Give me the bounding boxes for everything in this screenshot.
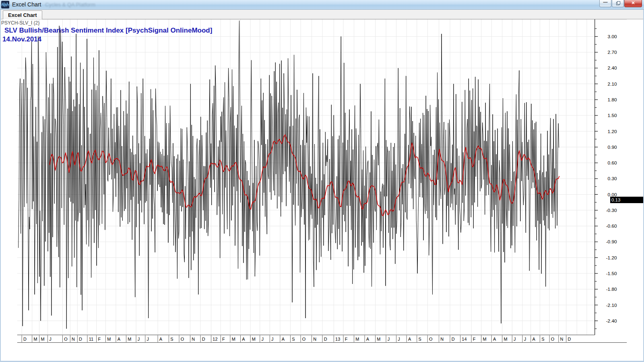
svg-text:N: N — [72, 337, 75, 341]
svg-text:F: F — [345, 337, 348, 341]
svg-text:-2.10: -2.10 — [606, 302, 617, 308]
svg-text:14: 14 — [462, 337, 466, 341]
svg-text:A: A — [532, 337, 535, 341]
svg-text:S: S — [292, 337, 295, 341]
svg-text:-1.80: -1.80 — [606, 286, 617, 292]
svg-text:A: A — [493, 337, 496, 341]
svg-text:-0.30: -0.30 — [606, 208, 617, 213]
svg-text:N: N — [192, 337, 195, 341]
last-value-marker: 0.13 — [610, 197, 644, 203]
restore-button[interactable] — [612, 0, 624, 7]
svg-text:O: O — [429, 337, 432, 341]
svg-text:J: J — [398, 337, 400, 341]
svg-text:M: M — [504, 337, 508, 341]
svg-text:-1.20: -1.20 — [606, 255, 617, 261]
svg-text:-0.60: -0.60 — [606, 223, 617, 229]
window-border-left — [0, 10, 1, 362]
minimize-icon: — — [603, 0, 608, 5]
tab-label: Excel Chart — [8, 12, 37, 18]
svg-text:O: O — [181, 337, 184, 341]
app-icon — [1, 1, 9, 8]
svg-text:M: M — [128, 337, 131, 341]
svg-text:M: M — [41, 337, 44, 341]
minimize-button[interactable]: — — [599, 0, 611, 7]
svg-text:1.50: 1.50 — [608, 113, 617, 118]
chart-area[interactable]: 3.002.702.402.101.801.501.200.900.600.30… — [0, 19, 644, 361]
svg-text:2.10: 2.10 — [608, 81, 617, 87]
svg-text:O: O — [302, 337, 305, 341]
svg-text:A: A — [159, 337, 163, 341]
window-title: Excel Chart — [12, 1, 41, 8]
svg-text:3.00: 3.00 — [608, 34, 617, 39]
close-button[interactable]: ✕ — [624, 0, 642, 7]
svg-text:0.60: 0.60 — [608, 160, 617, 166]
svg-text:D: D — [324, 337, 327, 341]
svg-text:F: F — [473, 337, 476, 341]
svg-text:0.30: 0.30 — [608, 176, 617, 181]
svg-text:2.70: 2.70 — [608, 49, 617, 55]
svg-text:J: J — [524, 337, 526, 341]
title-bar: Excel Chart Cycles & QA Platform — ✕ — [0, 0, 644, 10]
chart-date-label: 14.Nov.2014 — [2, 35, 41, 43]
svg-text:M: M — [355, 337, 359, 341]
close-icon: ✕ — [631, 0, 635, 5]
svg-text:D: D — [23, 337, 27, 341]
sentiment-chart-plot[interactable]: 3.002.702.402.101.801.501.200.900.600.30… — [0, 19, 644, 361]
svg-text:1.80: 1.80 — [608, 97, 617, 103]
series-id-label: PSYCH-SLV_I (2) — [1, 20, 39, 26]
svg-text:F: F — [222, 337, 225, 341]
svg-text:1.20: 1.20 — [608, 129, 617, 134]
svg-text:S: S — [418, 337, 421, 341]
svg-text:M: M — [107, 337, 111, 341]
svg-text:O: O — [551, 337, 554, 341]
app-window: Excel Chart Cycles & QA Platform — ✕ Exc… — [0, 0, 644, 362]
svg-text:11: 11 — [89, 337, 93, 341]
svg-text:J: J — [138, 337, 140, 341]
svg-text:M: M — [483, 337, 486, 341]
svg-text:A: A — [242, 337, 245, 341]
svg-text:M: M — [377, 337, 380, 341]
svg-text:O: O — [64, 337, 67, 341]
svg-text:D: D — [79, 337, 82, 341]
svg-text:D: D — [568, 337, 571, 341]
svg-text:N: N — [440, 337, 444, 341]
svg-text:N: N — [313, 337, 316, 341]
svg-text:J: J — [49, 337, 51, 341]
svg-text:A: A — [118, 337, 121, 341]
svg-text:A: A — [408, 337, 411, 341]
svg-text:D: D — [202, 337, 205, 341]
window-subtitle-faded: Cycles & QA Platform — [45, 2, 95, 8]
svg-text:-2.40: -2.40 — [606, 318, 617, 324]
svg-text:M: M — [232, 337, 235, 341]
svg-text:S: S — [541, 337, 544, 341]
svg-text:J: J — [388, 337, 390, 341]
svg-text:D: D — [452, 337, 455, 341]
svg-text:0.90: 0.90 — [608, 144, 617, 150]
svg-text:J: J — [271, 337, 273, 341]
tab-excel-chart[interactable]: Excel Chart — [3, 10, 42, 20]
svg-text:-0.90: -0.90 — [606, 239, 617, 245]
svg-text:N: N — [560, 337, 564, 341]
svg-text:A: A — [282, 337, 285, 341]
svg-text:13: 13 — [335, 337, 340, 341]
svg-text:2.40: 2.40 — [608, 65, 617, 71]
svg-text:J: J — [514, 337, 516, 341]
svg-text:J: J — [147, 337, 149, 341]
svg-text:M: M — [252, 337, 256, 341]
svg-text:F: F — [98, 337, 101, 341]
svg-text:S: S — [170, 337, 173, 341]
restore-icon — [616, 1, 620, 5]
svg-text:M: M — [33, 337, 37, 341]
svg-text:-1.50: -1.50 — [606, 271, 617, 276]
svg-text:A: A — [366, 337, 369, 341]
svg-text:J: J — [261, 337, 263, 341]
tab-bar: Excel Chart ▼ ✕ — [0, 10, 644, 19]
chart-title: SLV Bullish/Bearish Sentiment Index [Psy… — [4, 27, 212, 35]
svg-text:12: 12 — [213, 337, 217, 341]
